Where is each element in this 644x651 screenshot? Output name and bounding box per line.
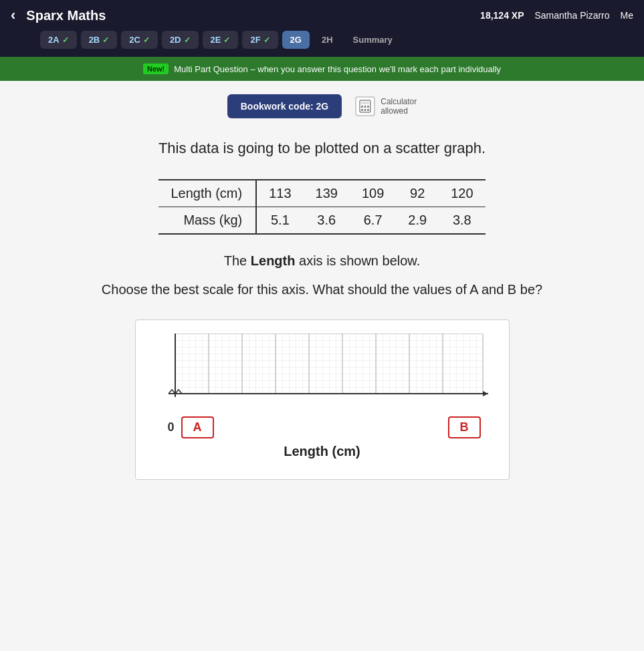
label-B-box: B — [448, 416, 481, 438]
length-val-4: 92 — [396, 180, 439, 207]
tab-2A-check: ✓ — [62, 35, 69, 45]
tab-2A[interactable]: 2A ✓ — [40, 31, 77, 49]
tab-2D[interactable]: 2D ✓ — [162, 31, 199, 49]
app-container: ‹ Sparx Maths 18,124 XP Samantha Pizarro… — [0, 0, 644, 651]
grid-svg — [152, 334, 493, 414]
tab-2D-check: ✓ — [184, 35, 191, 45]
tab-2B[interactable]: 2B ✓ — [81, 31, 118, 49]
data-table-container: Length (cm) 113 139 109 92 120 Mass (kg)… — [88, 179, 556, 235]
zero-label: 0 — [168, 420, 175, 434]
tab-2A-label: 2A — [48, 35, 60, 45]
data-table: Length (cm) 113 139 109 92 120 Mass (kg)… — [158, 179, 485, 235]
mass-val-2: 3.6 — [304, 207, 350, 234]
mass-val-5: 3.8 — [439, 207, 485, 234]
question-intro: This data is going to be plotted on a sc… — [158, 138, 486, 159]
calculator-text: Calculator allowed — [381, 97, 417, 116]
svg-rect-4 — [367, 106, 369, 108]
tab-2F-check: ✓ — [263, 35, 270, 45]
length-val-3: 109 — [350, 180, 396, 207]
choose-instruction: Choose the best scale for this axis. Wha… — [102, 279, 542, 299]
tab-2H[interactable]: 2H — [314, 31, 341, 49]
tab-2G-label: 2G — [290, 35, 302, 45]
graph-area — [152, 334, 493, 414]
tab-2D-label: 2D — [170, 35, 181, 45]
tab-2E-label: 2E — [211, 35, 221, 45]
bookwork-button[interactable]: Bookwork code: 2G — [227, 94, 342, 118]
calculator-label: Calculator — [381, 97, 417, 106]
mass-val-1: 5.1 — [256, 207, 303, 234]
svg-rect-1 — [361, 102, 369, 104]
axis-points: 0 A B — [152, 416, 493, 438]
tab-2C-check: ✓ — [143, 35, 150, 45]
axis-label-bottom: Length (cm) — [152, 444, 493, 459]
svg-rect-7 — [367, 109, 369, 111]
calculator-info: Calculator allowed — [355, 96, 417, 116]
tab-summary-label: Summary — [353, 35, 393, 45]
tab-2H-label: 2H — [322, 35, 333, 45]
graph-container: 0 A B Length (cm) — [135, 319, 510, 480]
main-content: New! Multi Part Question – when you answ… — [0, 57, 644, 651]
bookwork-section: Bookwork code: 2G Calculator — [227, 94, 417, 118]
tab-2E-check: ✓ — [223, 35, 230, 45]
length-label: Length (cm) — [158, 180, 256, 207]
tab-summary[interactable]: Summary — [345, 31, 401, 49]
question-area: This data is going to be plotted on a sc… — [68, 125, 576, 500]
brand-title: Sparx Maths — [26, 8, 469, 23]
mass-val-4: 2.9 — [396, 207, 439, 234]
nav-tabs: 2A ✓ 2B ✓ 2C ✓ 2D ✓ 2E ✓ 2F ✓ 2G 2H — [0, 31, 644, 57]
svg-marker-19 — [483, 391, 488, 396]
table-row-mass: Mass (kg) 5.1 3.6 6.7 2.9 3.8 — [158, 207, 485, 234]
axis-bold: Length — [251, 253, 296, 268]
length-val-1: 113 — [256, 180, 303, 207]
tab-2B-label: 2B — [89, 35, 100, 45]
svg-rect-9 — [175, 334, 483, 394]
tab-2B-check: ✓ — [102, 35, 109, 45]
tab-2C-label: 2C — [129, 35, 140, 45]
header: ‹ Sparx Maths 18,124 XP Samantha Pizarro… — [0, 0, 644, 31]
user-name: Samantha Pizarro — [534, 10, 609, 21]
back-button[interactable]: ‹ — [11, 7, 15, 24]
svg-rect-5 — [361, 109, 363, 111]
length-val-2: 139 — [304, 180, 350, 207]
tab-2G[interactable]: 2G — [282, 31, 310, 49]
xp-display: 18,124 XP — [480, 10, 524, 21]
label-A-box: A — [181, 416, 214, 438]
table-row-length: Length (cm) 113 139 109 92 120 — [158, 180, 485, 207]
tab-2F-label: 2F — [250, 35, 260, 45]
tab-2F[interactable]: 2F ✓ — [242, 31, 278, 49]
mass-label: Mass (kg) — [158, 207, 256, 234]
calculator-icon — [355, 96, 375, 116]
svg-rect-6 — [364, 109, 366, 111]
axis-instruction: The Length axis is shown below. — [224, 253, 420, 269]
calculator-sub: allowed — [381, 106, 417, 116]
menu-button[interactable]: Me — [621, 10, 633, 21]
svg-rect-2 — [361, 106, 363, 108]
length-val-5: 120 — [439, 180, 485, 207]
new-banner: New! Multi Part Question – when you answ… — [0, 57, 644, 81]
banner-text: Multi Part Question – when you answer th… — [174, 64, 501, 74]
svg-rect-3 — [364, 106, 366, 108]
mass-val-3: 6.7 — [350, 207, 396, 234]
header-right: 18,124 XP Samantha Pizarro Me — [480, 10, 633, 21]
tab-2C[interactable]: 2C ✓ — [121, 31, 158, 49]
tab-2E[interactable]: 2E ✓ — [203, 31, 239, 49]
new-badge: New! — [143, 63, 169, 74]
